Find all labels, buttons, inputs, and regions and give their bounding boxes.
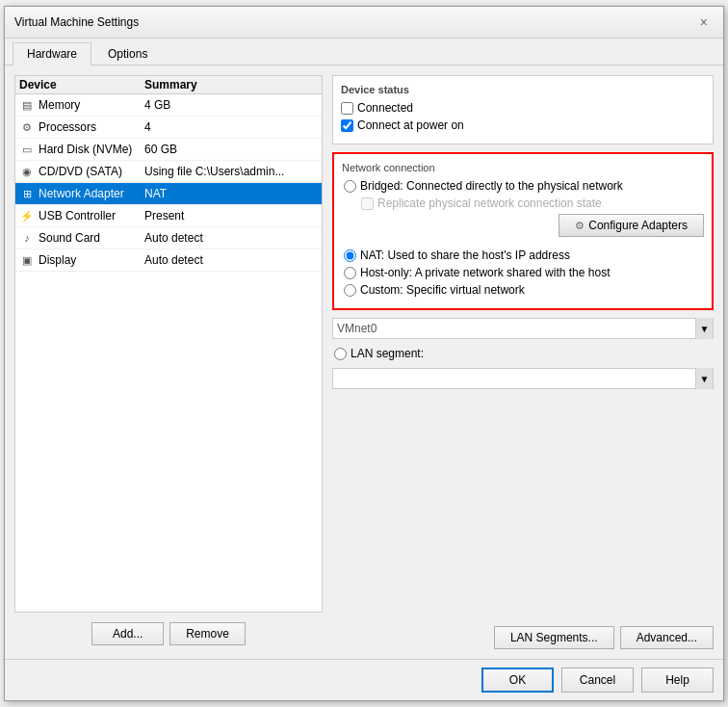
table-row-sound[interactable]: Sound Card Auto detect [15, 227, 322, 249]
display-summary: Auto detect [144, 253, 318, 267]
connect-power-label: Connect at power on [357, 118, 464, 132]
network-connection-section: Network connection Bridged: Connected di… [332, 152, 714, 310]
connect-power-checkbox[interactable] [341, 119, 353, 132]
bridged-label: Bridged: Connected directly to the physi… [360, 179, 623, 193]
memory-summary: 4 GB [144, 98, 318, 112]
tab-options[interactable]: Options [93, 42, 162, 65]
custom-label: Custom: Specific virtual network [360, 283, 525, 297]
sound-summary: Auto detect [144, 231, 318, 245]
custom-radio[interactable] [344, 284, 356, 297]
lan-segment-radio[interactable] [334, 348, 347, 360]
display-icon [19, 252, 35, 268]
tab-hardware[interactable]: Hardware [13, 42, 91, 65]
nic-icon [19, 186, 35, 201]
cdrom-icon [19, 164, 35, 179]
gear-icon [575, 219, 585, 232]
lan-segment-row: LAN segment: [332, 347, 714, 360]
add-button[interactable]: Add... [91, 622, 164, 645]
network-adapter-summary: NAT [144, 187, 318, 200]
table-row-display[interactable]: Display Auto detect [15, 249, 322, 272]
remove-button[interactable]: Remove [169, 622, 246, 645]
footer-buttons: OK Cancel Help [5, 659, 723, 700]
lan-segment-section: LAN segment: ▼ [332, 347, 714, 389]
table-header: Device Summary [15, 76, 322, 94]
replicate-checkbox[interactable] [361, 197, 374, 210]
table-row-hard-disk[interactable]: Hard Disk (NVMe) 60 GB [15, 139, 322, 161]
lan-segment-label: LAN segment: [351, 347, 424, 360]
nat-row: NAT: Used to share the host's IP address [342, 249, 704, 262]
device-table: Device Summary Memory 4 GB Processors [14, 75, 323, 613]
right-panel: Device status Connected Connect at power… [332, 75, 714, 649]
vmnet-dropdown[interactable]: ▼ [332, 318, 714, 339]
vmnet-row: ▼ [332, 318, 714, 339]
bridged-row: Bridged: Connected directly to the physi… [342, 179, 704, 193]
replicate-indent: Replicate physical network connection st… [361, 196, 704, 210]
lan-segment-input[interactable] [333, 372, 695, 385]
processors-summary: 4 [144, 120, 318, 134]
network-connection-label: Network connection [342, 162, 704, 173]
vmnet-input[interactable] [333, 322, 695, 335]
left-panel: Device Summary Memory 4 GB Processors [14, 75, 323, 649]
host-only-row: Host-only: A private network shared with… [342, 266, 704, 279]
configure-adapters-container: Configure Adapters [342, 214, 704, 237]
cancel-button[interactable]: Cancel [561, 668, 634, 693]
table-row-processors[interactable]: Processors 4 [15, 117, 322, 139]
window-title: Virtual Machine Settings [14, 15, 139, 29]
vmnet-dropdown-arrow[interactable]: ▼ [695, 318, 713, 339]
nat-label: NAT: Used to share the host's IP address [360, 249, 570, 262]
device-status-section: Device status Connected Connect at power… [332, 75, 714, 144]
lan-segment-dropdown-arrow[interactable]: ▼ [695, 368, 713, 389]
configure-adapters-button[interactable]: Configure Adapters [559, 214, 704, 237]
table-row-cdvdd[interactable]: CD/DVD (SATA) Using file C:\Users\admin.… [15, 161, 322, 183]
tab-bar: Hardware Options [5, 39, 723, 65]
close-button[interactable]: × [694, 13, 714, 32]
device-buttons: Add... Remove [14, 618, 323, 649]
hard-disk-summary: 60 GB [144, 143, 318, 156]
main-content: Device Summary Memory 4 GB Processors [5, 65, 723, 659]
help-button[interactable]: Help [641, 668, 714, 693]
usb-summary: Present [144, 209, 318, 223]
sound-icon [19, 230, 35, 246]
table-row-usb[interactable]: USB Controller Present [15, 205, 322, 227]
lan-segment-dropdown[interactable]: ▼ [332, 368, 714, 389]
processor-icon [19, 119, 35, 135]
virtual-machine-settings-window: Virtual Machine Settings × Hardware Opti… [4, 6, 724, 701]
memory-icon [19, 97, 35, 113]
connect-power-row: Connect at power on [341, 118, 705, 132]
nat-radio[interactable] [344, 249, 356, 262]
connected-row: Connected [341, 101, 705, 115]
connected-checkbox[interactable] [341, 102, 353, 115]
table-row-memory[interactable]: Memory 4 GB [15, 94, 322, 117]
header-summary: Summary [144, 78, 318, 92]
replicate-row: Replicate physical network connection st… [361, 196, 704, 210]
bottom-action-buttons: LAN Segments... Advanced... [332, 622, 714, 649]
custom-row: Custom: Specific virtual network [342, 283, 704, 297]
host-only-label: Host-only: A private network shared with… [360, 266, 610, 279]
advanced-button[interactable]: Advanced... [620, 626, 714, 649]
hdd-icon [19, 142, 35, 157]
cdvdd-summary: Using file C:\Users\admin... [144, 165, 318, 178]
bridged-radio[interactable] [344, 180, 356, 193]
connected-label: Connected [357, 101, 413, 115]
device-status-label: Device status [341, 84, 705, 95]
title-bar: Virtual Machine Settings × [5, 7, 723, 39]
lan-segments-button[interactable]: LAN Segments... [494, 626, 614, 649]
host-only-radio[interactable] [344, 267, 356, 279]
header-device: Device [19, 78, 144, 92]
usb-icon [19, 208, 35, 223]
table-row-network-adapter[interactable]: Network Adapter NAT [15, 183, 322, 205]
ok-button[interactable]: OK [481, 668, 554, 693]
replicate-label: Replicate physical network connection st… [377, 196, 602, 210]
